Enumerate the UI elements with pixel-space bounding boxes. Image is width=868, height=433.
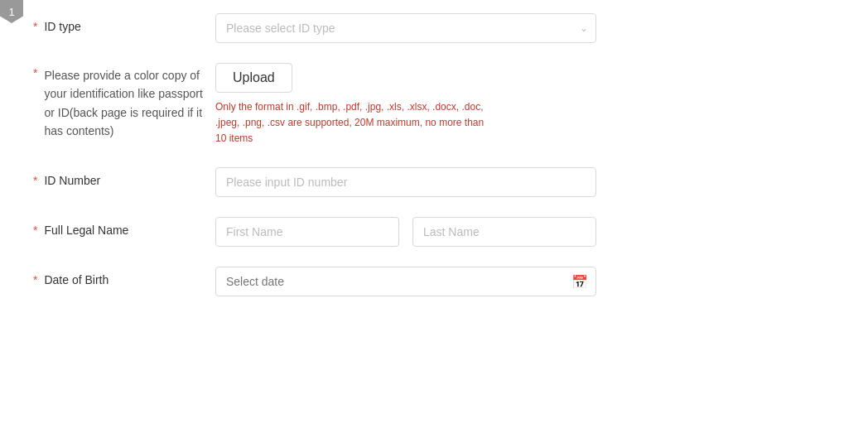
required-star-dob: *	[33, 273, 37, 286]
required-star-name: *	[33, 224, 37, 237]
full-legal-name-label: * Full Legal Name	[33, 217, 215, 237]
date-of-birth-field: 📅	[215, 267, 596, 296]
id-number-field	[215, 167, 596, 197]
upload-hint-text: Only the format in .gif, .bmp, .pdf, .jp…	[215, 99, 497, 147]
upload-row: * Please provide a color copy of your id…	[33, 63, 835, 147]
date-of-birth-label: * Date of Birth	[33, 267, 215, 286]
id-type-row: * ID type Please select ID type ⌄	[33, 13, 835, 43]
full-legal-name-field	[215, 217, 596, 247]
page-wrapper: 1 * ID type Please select ID type ⌄ *	[0, 0, 868, 433]
date-wrapper: 📅	[215, 267, 596, 296]
id-number-label: * ID Number	[33, 167, 215, 187]
name-inputs-row	[215, 217, 596, 247]
upload-section: Upload Only the format in .gif, .bmp, .p…	[215, 63, 596, 147]
last-name-input[interactable]	[412, 217, 596, 247]
date-of-birth-label-text: Date of Birth	[44, 273, 108, 286]
upload-field: Upload Only the format in .gif, .bmp, .p…	[215, 63, 596, 147]
upload-label-text: Please provide a color copy of your iden…	[44, 66, 210, 141]
required-star-upload: *	[33, 66, 37, 141]
form-container: * ID type Please select ID type ⌄ * Plea…	[0, 0, 868, 341]
id-type-field: Please select ID type ⌄	[215, 13, 596, 43]
date-of-birth-row: * Date of Birth 📅	[33, 267, 835, 296]
id-number-input[interactable]	[215, 167, 596, 197]
full-legal-name-label-text: Full Legal Name	[44, 224, 128, 237]
id-type-select[interactable]: Please select ID type	[215, 13, 596, 43]
upload-label: * Please provide a color copy of your id…	[33, 63, 215, 141]
required-star-id-type: *	[33, 20, 37, 33]
id-type-label-text: ID type	[44, 20, 80, 33]
id-number-row: * ID Number	[33, 167, 835, 197]
full-legal-name-row: * Full Legal Name	[33, 217, 835, 247]
date-of-birth-input[interactable]	[215, 267, 596, 296]
id-type-select-wrapper: Please select ID type ⌄	[215, 13, 596, 43]
upload-button[interactable]: Upload	[215, 63, 292, 93]
upload-row-inner: Upload	[215, 63, 596, 93]
step-number: 1	[8, 6, 14, 18]
required-star-id-number: *	[33, 174, 37, 187]
id-number-label-text: ID Number	[44, 174, 100, 187]
first-name-input[interactable]	[215, 217, 399, 247]
id-type-label: * ID type	[33, 13, 215, 33]
